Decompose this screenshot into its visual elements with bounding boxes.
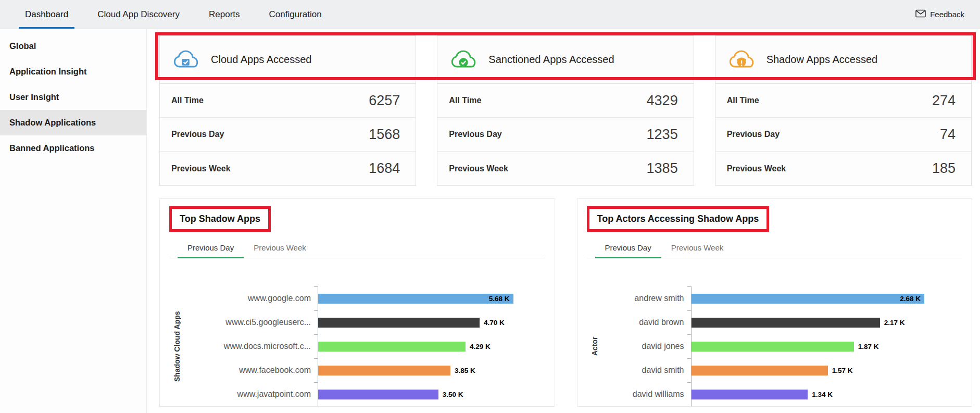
bar-track: 1.87 K — [691, 334, 963, 358]
stat-label: All Time — [449, 96, 481, 105]
stat-label: Previous Day — [449, 130, 501, 139]
stat-label: Previous Day — [727, 130, 780, 139]
stat-row-all-time: All Time 6257 — [160, 84, 416, 118]
card-cloud-apps-accessed: Cloud Apps Accessed All Time 6257 Previo… — [159, 35, 416, 186]
sidebar-item-application-insight[interactable]: Application Insight — [0, 59, 146, 84]
main-layout: Global Application Insight User Insight … — [0, 29, 980, 413]
cloud-shield-alert-icon — [727, 48, 757, 71]
stat-row-previous-week: Previous Week 185 — [715, 152, 971, 185]
annotation-box-top-actors: Top Actors Accessing Shadow Apps — [587, 206, 770, 232]
stat-label: Previous Week — [171, 164, 231, 173]
stat-row-previous-week: Previous Week 1385 — [437, 152, 693, 185]
top-nav-tabs: Dashboard Cloud App Discovery Reports Co… — [0, 0, 348, 29]
card-title: Shadow Apps Accessed — [767, 54, 877, 66]
card-header: Shadow Apps Accessed — [715, 36, 971, 84]
bar-value-label: 3.50 K — [443, 391, 463, 398]
card-header: Cloud Apps Accessed — [160, 36, 416, 84]
bar-track: 4.29 K — [318, 334, 545, 358]
category-label: www.docs.microsoft.c... — [185, 334, 318, 358]
bar-chart-actors: Actor andrew smith 2.68 K david brown — [587, 286, 963, 406]
feedback-button[interactable]: Feedback — [915, 0, 964, 29]
panel-top-shadow-apps: Top Shadow Apps Previous Day Previous We… — [159, 198, 555, 407]
card-shadow-apps-accessed: Shadow Apps Accessed All Time 274 Previo… — [715, 35, 972, 186]
stat-value: 1684 — [369, 160, 400, 177]
stat-value: 6257 — [369, 93, 400, 109]
sidebar-item-banned-applications[interactable]: Banned Applications — [0, 135, 146, 161]
bar-track: 2.17 K — [691, 310, 963, 334]
bar-value-label: 4.29 K — [470, 343, 491, 351]
stat-label: Previous Week — [449, 164, 508, 173]
bar-row: david smith 1.57 K — [602, 358, 963, 382]
bar[interactable]: 3.50 K — [318, 390, 438, 399]
panel-top-actors: Top Actors Accessing Shadow Apps Previou… — [577, 198, 973, 407]
stat-label: Previous Day — [171, 130, 224, 139]
bar-value-label: 2.68 K — [900, 295, 921, 303]
card-title: Cloud Apps Accessed — [211, 54, 311, 66]
stat-row-all-time: All Time 274 — [715, 84, 971, 118]
bar-row: www.javatpoint.com 3.50 K — [185, 382, 545, 406]
bar[interactable]: 1.87 K — [692, 342, 854, 352]
bar[interactable]: 4.70 K — [318, 318, 480, 328]
bar-row: david williams 1.34 K — [602, 382, 963, 406]
bar[interactable]: 2.68 K — [692, 294, 925, 304]
category-label: www.ci5.googleuserc... — [185, 310, 318, 334]
y-axis-title: Actor — [587, 286, 602, 406]
chart-tabs: Previous Day Previous Week — [169, 238, 545, 258]
stat-label: All Time — [171, 96, 204, 105]
bar-row: www.ci5.googleuserc... 4.70 K — [185, 310, 545, 334]
stat-value: 274 — [932, 93, 956, 109]
bar[interactable]: 2.17 K — [692, 318, 880, 328]
category-label: david jones — [602, 334, 691, 358]
bar-row: david jones 1.87 K — [602, 334, 963, 358]
bar[interactable]: 5.68 K — [318, 294, 513, 304]
bar[interactable]: 3.85 K — [318, 366, 450, 376]
stat-label: Previous Week — [727, 164, 786, 173]
tab-previous-day[interactable]: Previous Day — [178, 238, 244, 258]
card-sanctioned-apps-accessed: Sanctioned Apps Accessed All Time 4329 P… — [437, 35, 694, 186]
stat-row-previous-day: Previous Day 1235 — [437, 118, 693, 152]
bar[interactable]: 1.57 K — [692, 366, 828, 376]
bar-track: 1.34 K — [691, 382, 963, 406]
tab-previous-week[interactable]: Previous Week — [244, 238, 316, 258]
category-label: www.google.com — [185, 286, 318, 310]
tab-previous-day[interactable]: Previous Day — [595, 238, 661, 258]
bar-track: 5.68 K — [318, 286, 545, 310]
stat-row-all-time: All Time 4329 — [437, 84, 693, 118]
category-label: andrew smith — [602, 286, 691, 310]
bar-track: 2.68 K — [691, 286, 963, 310]
bar-row: www.docs.microsoft.c... 4.29 K — [185, 334, 545, 358]
sidebar-item-shadow-applications[interactable]: Shadow Applications — [0, 110, 146, 135]
annotation-box-top-shadow-apps: Top Shadow Apps — [169, 206, 271, 232]
card-title: Sanctioned Apps Accessed — [488, 54, 614, 66]
bar-value-label: 3.85 K — [455, 367, 475, 374]
stat-value: 185 — [932, 160, 956, 177]
tab-reports[interactable]: Reports — [206, 0, 243, 29]
feedback-label: Feedback — [930, 10, 964, 19]
card-header: Sanctioned Apps Accessed — [437, 36, 693, 84]
stat-value: 74 — [940, 127, 956, 143]
bar-value-label: 1.57 K — [832, 367, 853, 374]
category-label: www.facebook.com — [185, 358, 318, 382]
stat-value: 1568 — [369, 127, 400, 143]
sidebar-item-user-insight[interactable]: User Insight — [0, 84, 146, 110]
stat-row-previous-day: Previous Day 74 — [715, 118, 971, 152]
chart-title: Top Shadow Apps — [180, 214, 260, 224]
category-label: david brown — [602, 310, 691, 334]
bar-value-label: 4.70 K — [484, 319, 505, 327]
stat-row-previous-day: Previous Day 1568 — [160, 118, 416, 152]
bar[interactable]: 1.34 K — [692, 390, 808, 399]
tab-cloud-app-discovery[interactable]: Cloud App Discovery — [94, 0, 183, 29]
tab-previous-week[interactable]: Previous Week — [661, 238, 734, 258]
tab-configuration[interactable]: Configuration — [266, 0, 325, 29]
sidebar-item-global[interactable]: Global — [0, 33, 146, 59]
bar-row: www.google.com 5.68 K — [185, 286, 545, 310]
content-area: Cloud Apps Accessed All Time 6257 Previo… — [147, 29, 980, 413]
tab-dashboard[interactable]: Dashboard — [22, 0, 71, 29]
bar[interactable]: 4.29 K — [318, 342, 466, 352]
bar-value-label: 1.34 K — [812, 391, 833, 398]
bar-value-label: 2.17 K — [884, 319, 905, 327]
chart-title: Top Actors Accessing Shadow Apps — [597, 214, 759, 224]
bar-track: 3.50 K — [318, 382, 545, 406]
bar-track: 4.70 K — [318, 310, 545, 334]
chart-tabs: Previous Day Previous Week — [587, 238, 963, 258]
